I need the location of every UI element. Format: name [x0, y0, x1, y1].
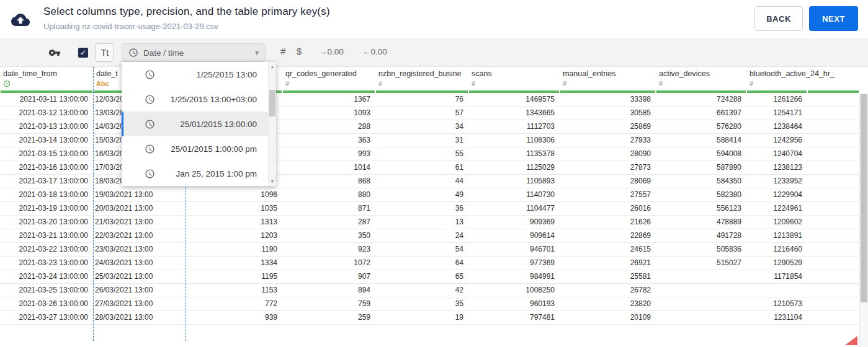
table-cell: 57	[375, 107, 468, 120]
table-cell: 1203	[186, 229, 282, 242]
table-cell: 759	[282, 297, 375, 310]
column-name: qr_codes_generated	[285, 69, 375, 78]
more-data-indicator	[845, 336, 857, 345]
dropdown-item[interactable]: 1/25/2015 13:00	[122, 62, 268, 87]
dropdown-item[interactable]: 25/01/2015 13:00:00	[122, 112, 268, 136]
increase-precision-button[interactable]: →0.00	[319, 47, 344, 56]
table-cell: 30585	[560, 107, 656, 120]
table-cell: 1231104	[746, 311, 807, 324]
column-header[interactable]	[807, 67, 859, 90]
table-cell	[807, 175, 859, 188]
table-cell: 21/03/2021 13:00	[93, 216, 186, 229]
table-cell: 1171854	[746, 270, 807, 283]
table-cell: 26782	[560, 284, 656, 297]
table-row: 2021-03-23 13:00:0024/03/2021 13:0013341…	[0, 257, 859, 270]
currency-type-button[interactable]: $	[297, 46, 302, 56]
decrease-precision-button[interactable]: ←0.00	[362, 47, 387, 56]
table-cell: 1242956	[746, 134, 807, 147]
column-header-scans[interactable]: scans#	[468, 67, 560, 90]
table-cell: 594008	[656, 147, 746, 160]
column-header-manual_entries[interactable]: manual_entries#	[560, 67, 656, 90]
table-cell: 993	[282, 147, 375, 160]
table-cell: 2021-03-20 13:00:00	[0, 216, 93, 229]
back-button[interactable]: BACK	[754, 6, 803, 31]
table-cell: 2021-03-24 13:00:00	[0, 270, 93, 283]
column-header-active_devices[interactable]: active_devices#	[656, 67, 746, 90]
table-cell	[807, 107, 859, 120]
vertical-scrollbar-thumb[interactable]	[861, 94, 867, 302]
clock-icon	[145, 144, 155, 154]
table-cell: 1096	[186, 188, 282, 201]
column-header-qr_codes_generated[interactable]: qr_codes_generated#	[282, 67, 375, 90]
table-cell: 1238464	[746, 120, 807, 133]
clock-icon	[145, 94, 155, 105]
column-name: scans	[472, 69, 560, 78]
table-row: 2021-03-22 13:00:0023/03/2021 13:0011909…	[0, 243, 859, 257]
scroll-up-icon[interactable]: ▲	[269, 64, 276, 69]
table-cell: 2021-03-21 13:00:00	[0, 229, 93, 242]
column-name: manual_entries	[563, 69, 656, 78]
table-cell	[807, 270, 859, 283]
table-cell: 946701	[468, 243, 560, 256]
datetime-format-select[interactable]: Date / time ▾	[122, 43, 266, 62]
table-cell: 515027	[656, 257, 746, 270]
column-header-nzbn_registered_busine[interactable]: nzbn_registered_busine#	[375, 67, 468, 90]
table-cell: 2021-03-11 13:00:00	[0, 93, 93, 106]
table-cell: 1112703	[468, 120, 560, 133]
column-header-bluetooth_active_24_hr_[interactable]: bluetooth_active_24_hr_#	[746, 67, 807, 90]
table-cell: 2021-03-27 13:00:00	[0, 311, 93, 324]
primary-key-icon[interactable]	[48, 46, 61, 59]
table-cell	[807, 257, 859, 270]
dropdown-item[interactable]: 1/25/2015 13:00+03:00	[122, 87, 268, 112]
text-type-button[interactable]: Tt	[96, 43, 114, 62]
table-row: 2021-03-24 13:00:0025/03/2021 13:0011959…	[0, 270, 859, 284]
table-cell: 27557	[560, 188, 656, 201]
table-cell	[656, 284, 746, 297]
next-button[interactable]: NEXT	[809, 6, 858, 31]
table-cell: 556123	[656, 202, 746, 215]
dropdown-scrollbar-thumb[interactable]	[269, 90, 275, 116]
table-cell: 588414	[656, 134, 746, 147]
table-cell: 13	[375, 216, 468, 229]
table-row: 2021-03-26 13:00:0027/03/2021 13:0077275…	[0, 297, 859, 311]
table-cell: 505836	[656, 243, 746, 256]
table-cell: 1469575	[468, 93, 560, 106]
table-cell: 2021-03-14 13:00:00	[0, 134, 93, 147]
table-cell: 1238123	[746, 161, 807, 174]
include-column-checkbox[interactable]: ✓	[78, 48, 88, 58]
integer-type-button[interactable]: #	[280, 46, 285, 56]
table-cell: 1195	[186, 270, 282, 283]
column-header-date_time_from[interactable]: date_time_from	[0, 67, 93, 90]
table-cell: 772	[186, 297, 282, 310]
upload-status: Uploading nz-covid-tracer-usage-2021-03-…	[43, 22, 330, 31]
table-cell	[807, 93, 859, 106]
dropdown-item-label: Jan 25, 2015 1:00 pm	[176, 169, 257, 178]
page-title: Select columns type, precision, and the …	[43, 6, 330, 18]
table-cell: 984991	[468, 270, 560, 283]
table-cell: 2021-03-16 13:00:00	[0, 161, 93, 174]
table-cell: 25869	[560, 120, 656, 133]
table-cell: 28069	[560, 175, 656, 188]
table-cell: 31	[375, 134, 468, 147]
table-cell: 24615	[560, 243, 656, 256]
table-cell: 19/03/2021 13:00	[93, 188, 186, 201]
dropdown-scrollbar[interactable]: ▲ ▼	[268, 62, 276, 186]
table-cell: 2021-03-18 13:00:00	[0, 188, 93, 201]
table-cell: 21626	[560, 216, 656, 229]
clock-icon	[145, 169, 155, 179]
clock-icon	[145, 119, 155, 130]
table-cell: 939	[186, 311, 282, 324]
selected-column-left-border	[93, 67, 94, 341]
table-cell	[656, 311, 746, 324]
dropdown-item[interactable]: Jan 25, 2015 1:00 pm	[122, 161, 268, 186]
table-cell	[807, 243, 859, 256]
scroll-down-icon[interactable]: ▼	[269, 179, 276, 183]
table-cell: 363	[282, 134, 375, 147]
table-cell: 27933	[560, 134, 656, 147]
table-row: 2021-03-21 13:00:0022/03/2021 13:0012033…	[0, 229, 859, 243]
dropdown-item[interactable]: 25/01/2015 1:00:00 pm	[122, 136, 268, 161]
vertical-scrollbar[interactable]	[859, 93, 868, 347]
table-cell: 288	[282, 120, 375, 133]
table-cell: 1261266	[746, 93, 807, 106]
wizard-actions: BACK NEXT	[754, 6, 858, 31]
